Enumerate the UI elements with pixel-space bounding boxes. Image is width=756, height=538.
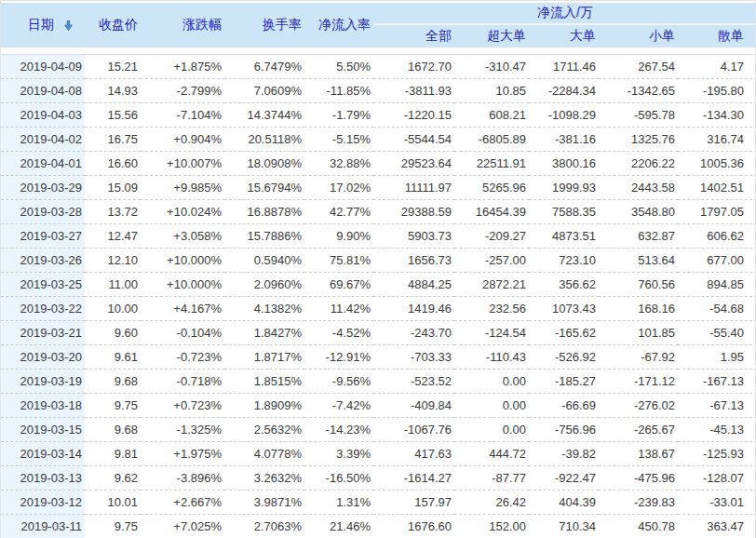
cell-close: 12.10 [85, 249, 141, 273]
cell-date: 2019-03-11 [1, 515, 85, 538]
cell-large: 3800.16 [529, 152, 599, 176]
cell-change: +10.000% [141, 249, 224, 273]
table-row: 2019-03-2915.09+9.985%15.6794%17.02%1111… [1, 176, 756, 200]
cell-super-large: 0.00 [454, 394, 529, 418]
column-group-header-net-inflow: 净流入/万 [373, 3, 756, 24]
cell-all: -3811.93 [373, 79, 454, 103]
column-header-date[interactable]: 日期 [1, 3, 85, 47]
cell-turnover: 7.0609% [224, 79, 304, 103]
cell-all: -523.52 [373, 370, 454, 394]
cell-close: 10.01 [85, 491, 141, 515]
cell-small: 168.16 [599, 297, 678, 321]
cell-all: 1672.70 [373, 55, 454, 79]
cell-date: 2019-03-12 [1, 491, 85, 515]
cell-date: 2019-03-19 [1, 370, 85, 394]
cell-small: 513.64 [599, 249, 678, 273]
cell-super-large: 2872.21 [454, 273, 529, 297]
table-row: 2019-03-189.75+0.723%1.8909%-7.42%-409.8… [1, 394, 756, 418]
cell-close: 14.93 [85, 79, 141, 103]
column-header-super-large: 超大单 [454, 24, 529, 47]
table-row: 2019-03-219.60-0.104%1.8427%-4.52%-243.7… [1, 321, 756, 345]
cell-small: -171.12 [599, 370, 678, 394]
cell-change: +0.723% [141, 394, 224, 418]
sort-desc-icon[interactable] [62, 20, 74, 32]
cell-large: 404.39 [529, 491, 599, 515]
table-row: 2019-03-209.61-0.723%1.8717%-12.91%-703.… [1, 345, 756, 370]
cell-inflow-rate: -1.79% [304, 103, 373, 128]
cell-all: -1614.27 [373, 466, 454, 491]
cell-small: 101.85 [599, 321, 678, 345]
cell-all: -703.33 [373, 345, 454, 370]
table-row: 2019-03-149.81+1.975%4.0778%3.39%417.634… [1, 442, 756, 466]
cell-super-large: 152.00 [454, 515, 529, 538]
cell-large: 710.34 [529, 515, 599, 538]
cell-all: 4884.25 [373, 273, 454, 297]
cell-date: 2019-03-15 [1, 418, 85, 442]
cell-close: 16.60 [85, 152, 141, 176]
cell-close: 11.00 [85, 273, 141, 297]
cell-close: 15.56 [85, 103, 141, 128]
cell-date: 2019-03-29 [1, 176, 85, 200]
table-row: 2019-03-199.68-0.718%1.8515%-9.56%-523.5… [1, 370, 756, 394]
cell-change: +3.058% [141, 224, 224, 249]
cell-date: 2019-03-14 [1, 442, 85, 466]
cell-turnover: 1.8909% [224, 394, 304, 418]
cell-close: 9.60 [85, 321, 141, 345]
cell-retail: -33.01 [678, 491, 756, 515]
cell-all: 1676.60 [373, 515, 454, 538]
cell-change: -0.718% [141, 370, 224, 394]
cell-date: 2019-04-02 [1, 128, 85, 152]
cell-super-large: 608.21 [454, 103, 529, 128]
cell-turnover: 20.5118% [224, 128, 304, 152]
cell-large: 723.10 [529, 249, 599, 273]
cell-all: 29523.64 [373, 152, 454, 176]
cell-turnover: 4.0778% [224, 442, 304, 466]
cell-close: 15.21 [85, 55, 141, 79]
cell-retail: -55.40 [678, 321, 756, 345]
cell-inflow-rate: -7.42% [304, 394, 373, 418]
cell-change: -1.325% [141, 418, 224, 442]
cell-all: -1067.76 [373, 418, 454, 442]
cell-retail: -134.30 [678, 103, 756, 128]
cell-small: 760.56 [599, 273, 678, 297]
header-body-divider [1, 47, 756, 55]
cell-small: -276.02 [599, 394, 678, 418]
cell-retail: 677.00 [678, 249, 756, 273]
cell-inflow-rate: -5.15% [304, 128, 373, 152]
cell-inflow-rate: 21.46% [304, 515, 373, 538]
cell-super-large: 232.56 [454, 297, 529, 321]
cell-all: 1419.46 [373, 297, 454, 321]
cell-retail: -125.93 [678, 442, 756, 466]
cell-change: -2.799% [141, 79, 224, 103]
cell-super-large: -110.43 [454, 345, 529, 370]
cell-retail: -128.07 [678, 466, 756, 491]
cell-change: +4.167% [141, 297, 224, 321]
cell-date: 2019-03-13 [1, 466, 85, 491]
cell-super-large: -6805.89 [454, 128, 529, 152]
cell-close: 12.47 [85, 224, 141, 249]
cell-retail: 1.95 [678, 345, 756, 370]
cell-large: 356.62 [529, 273, 599, 297]
cell-close: 13.72 [85, 200, 141, 224]
cell-close: 9.75 [85, 515, 141, 538]
cell-small: 632.87 [599, 224, 678, 249]
cell-all: -5544.54 [373, 128, 454, 152]
cell-inflow-rate: -4.52% [304, 321, 373, 345]
cell-small: -239.83 [599, 491, 678, 515]
cell-all: 11111.97 [373, 176, 454, 200]
cell-change: +2.667% [141, 491, 224, 515]
cell-all: -243.70 [373, 321, 454, 345]
cell-small: -265.67 [599, 418, 678, 442]
cell-large: -381.16 [529, 128, 599, 152]
cell-small: -475.96 [599, 466, 678, 491]
cell-turnover: 2.5632% [224, 418, 304, 442]
cell-small: 2206.22 [599, 152, 678, 176]
cell-turnover: 15.7886% [224, 224, 304, 249]
table-row: 2019-04-0116.60+10.007%18.0908%32.88%295… [1, 152, 756, 176]
cell-turnover: 4.1382% [224, 297, 304, 321]
cell-change: +7.025% [141, 515, 224, 538]
cell-large: -526.92 [529, 345, 599, 370]
column-header-turnover: 换手率 [224, 3, 304, 47]
cell-date: 2019-03-25 [1, 273, 85, 297]
cell-large: 1073.43 [529, 297, 599, 321]
